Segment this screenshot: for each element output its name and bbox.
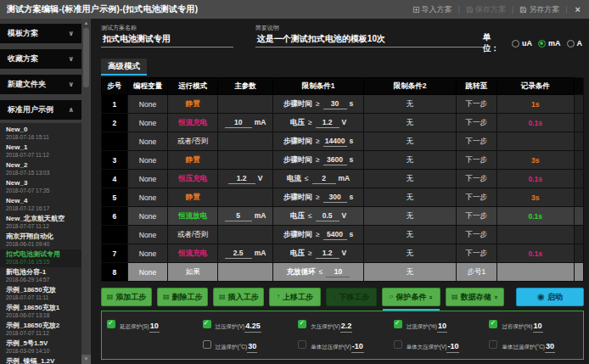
mode-cell[interactable]: 或者/否则 bbox=[168, 132, 218, 151]
param-cell[interactable]: 10mA bbox=[217, 114, 272, 132]
limit1-cell[interactable]: 步骤时间≥5400s bbox=[273, 226, 364, 244]
list-item[interactable]: New_42018-07-12 16:17 bbox=[0, 196, 81, 214]
table-row[interactable]: 4 None 恒压充电 1.2V 电流≤2mA 无 下一步 0.1s bbox=[102, 170, 584, 188]
record-cell[interactable]: 3s bbox=[496, 188, 574, 207]
protection-value-input[interactable]: 30 bbox=[545, 341, 555, 353]
mode-cell[interactable]: 或者/否则 bbox=[168, 226, 218, 244]
limit1-cell[interactable]: 步骤时间≥14400s bbox=[273, 132, 364, 151]
table-row[interactable]: 7 None 恒流充电 2.5mA 电压≥1.2V 无 下一步 0.1s bbox=[102, 244, 584, 263]
table-row[interactable]: 3 None 静置 步骤时间≥3600s 无 下一步 3s bbox=[102, 151, 584, 170]
param-cell[interactable]: 2.5mA bbox=[217, 244, 272, 263]
plan-desc-field[interactable]: 简要说明 这是一个测试扣式电池的模板10次 bbox=[255, 24, 483, 48]
list-item[interactable]: New_32018-07-07 17:35 bbox=[0, 178, 81, 196]
list-item[interactable]: 示例_18650充放12018-06-07 13:18 bbox=[0, 303, 81, 321]
start-button[interactable]: 启动 bbox=[516, 288, 585, 306]
limit1-cell[interactable]: 步骤时间≥30s bbox=[273, 95, 364, 114]
record-cell[interactable]: 1s bbox=[496, 95, 574, 114]
checkbox-unchecked-icon[interactable] bbox=[203, 340, 211, 349]
variable-cell[interactable]: None bbox=[127, 114, 168, 132]
checkbox-checked-icon[interactable] bbox=[298, 320, 306, 328]
unit-radio-a[interactable]: A bbox=[567, 39, 583, 48]
checkbox-unchecked-icon[interactable] bbox=[489, 340, 497, 349]
sidebar-section-template-plans[interactable]: 模板方案 bbox=[0, 24, 81, 43]
save-plan-button[interactable]: 保存方案 bbox=[466, 4, 506, 15]
table-row[interactable]: None 或者/否则 步骤时间≥14400s 无 下一步 bbox=[102, 132, 584, 151]
mode-cell[interactable]: 静置 bbox=[168, 95, 218, 114]
variable-cell[interactable]: None bbox=[127, 207, 168, 226]
variable-cell[interactable]: None bbox=[127, 170, 168, 188]
param-cell[interactable] bbox=[217, 151, 272, 170]
record-cell[interactable] bbox=[496, 132, 574, 151]
protection-value-input[interactable]: -10 bbox=[351, 341, 364, 353]
param-cell[interactable] bbox=[217, 226, 272, 244]
record-cell[interactable]: 3s bbox=[496, 151, 574, 170]
plan-name-input[interactable]: 扣式电池测试专用 bbox=[101, 31, 233, 48]
param-cell[interactable] bbox=[217, 263, 272, 282]
jump-cell[interactable]: 下一步 bbox=[457, 188, 497, 207]
limit2-cell[interactable]: 无 bbox=[363, 207, 456, 226]
table-row[interactable]: 5 None 静置 步骤时间≥300s 无 下一步 3s bbox=[102, 188, 584, 207]
jump-cell[interactable]: 下一步 bbox=[457, 244, 497, 263]
limit2-cell[interactable]: 无 bbox=[363, 95, 456, 114]
table-row[interactable]: 2 None 恒流充电 10mA 电压≥1.2V 无 下一步 0.1s bbox=[102, 114, 584, 132]
variable-cell[interactable]: None bbox=[127, 226, 168, 244]
record-cell[interactable]: 0.1s bbox=[496, 244, 574, 263]
checkbox-unchecked-icon[interactable] bbox=[394, 340, 402, 349]
variable-cell[interactable]: None bbox=[127, 132, 168, 151]
delete-step-button[interactable]: 删除工步 bbox=[157, 288, 208, 306]
limit2-cell[interactable]: 无 bbox=[363, 114, 456, 132]
plan-desc-input[interactable]: 这是一个测试扣式电池的模板10次 bbox=[255, 31, 483, 48]
table-row[interactable]: 6 None 恒流放电 5mA 电压≤0.5V 无 下一步 0.1s bbox=[102, 207, 584, 226]
mode-cell[interactable]: 恒流放电 bbox=[168, 207, 218, 226]
protection-value-input[interactable]: 10 bbox=[437, 321, 447, 333]
jump-cell[interactable]: 下一步 bbox=[457, 151, 497, 170]
sidebar-section-new-folder[interactable]: 新建文件夹 bbox=[0, 75, 81, 94]
limit2-cell[interactable]: 无 bbox=[363, 226, 456, 244]
record-cell[interactable] bbox=[496, 226, 574, 244]
limit2-cell[interactable]: 无 bbox=[363, 170, 456, 188]
variable-cell[interactable]: None bbox=[127, 95, 168, 114]
list-item[interactable]: 示例_18650充放2018-07-07 11:11 bbox=[0, 285, 81, 303]
limit1-cell[interactable]: 电压≥1.2V bbox=[273, 244, 364, 263]
jump-cell[interactable]: 下一步 bbox=[457, 170, 497, 188]
table-row[interactable]: 1 None 静置 步骤时间≥30s 无 下一步 1s bbox=[102, 95, 584, 114]
record-cell[interactable]: 0.1s bbox=[496, 114, 574, 132]
move-down-step-button[interactable]: 下移工步 bbox=[326, 288, 377, 306]
record-cell[interactable] bbox=[496, 263, 574, 282]
checkbox-checked-icon[interactable] bbox=[107, 320, 115, 328]
mode-cell[interactable]: 恒压充电 bbox=[168, 170, 218, 188]
list-item[interactable]: 示例_5号1.5V2018-03-09 14:10 bbox=[0, 339, 81, 356]
unit-radio-ma[interactable]: mA bbox=[538, 39, 561, 48]
list-item[interactable]: New_12018-07-07 11:12 bbox=[0, 143, 81, 160]
jump-cell[interactable]: 下一步 bbox=[457, 226, 497, 244]
limit1-cell[interactable]: 步骤时间≥300s bbox=[273, 188, 364, 207]
param-cell[interactable]: 5mA bbox=[217, 207, 272, 226]
jump-cell[interactable]: 下一步 bbox=[457, 95, 497, 114]
table-row[interactable]: None 或者/否则 步骤时间≥5400s 无 下一步 bbox=[102, 226, 584, 244]
sidebar-section-standard-user-examples[interactable]: 标准用户示例 bbox=[0, 100, 81, 120]
insert-step-button[interactable]: 插入工步 bbox=[213, 288, 264, 306]
sidebar-scrollbar[interactable] bbox=[81, 19, 91, 364]
limit2-cell[interactable]: 无 bbox=[363, 188, 456, 207]
checkbox-unchecked-icon[interactable] bbox=[298, 340, 306, 349]
limit1-cell[interactable]: 步骤时间≥3600s bbox=[273, 151, 364, 170]
param-cell[interactable]: 1.2V bbox=[217, 170, 272, 188]
move-up-step-button[interactable]: 上移工步 bbox=[269, 288, 320, 306]
scrollbar-thumb[interactable] bbox=[83, 28, 89, 87]
variable-cell[interactable]: None bbox=[127, 244, 168, 263]
tab-advanced-mode[interactable]: 高级模式 bbox=[101, 59, 147, 76]
table-row-selected[interactable]: 8 None 如果 充放循环≤10 无 步号1 bbox=[102, 263, 584, 282]
list-item[interactable]: 示例_18650充放22018-07-07 11:12 bbox=[0, 321, 81, 339]
variable-cell[interactable]: None bbox=[127, 188, 168, 207]
plan-name-field[interactable]: 测试方案名称 扣式电池测试专用 bbox=[101, 24, 233, 48]
param-cell[interactable] bbox=[217, 132, 272, 151]
import-plan-button[interactable]: 导入方案 bbox=[412, 4, 452, 15]
jump-cell[interactable]: 步号1 bbox=[457, 263, 497, 282]
add-step-button[interactable]: 添加工步 bbox=[101, 288, 152, 306]
protection-value-input[interactable]: 10 bbox=[149, 321, 160, 333]
protection-value-input[interactable]: 10 bbox=[533, 321, 543, 333]
list-item[interactable]: New_02018-07-16 15:11 bbox=[0, 125, 81, 143]
variable-cell[interactable]: None bbox=[127, 151, 168, 170]
mode-cell[interactable]: 静置 bbox=[168, 188, 218, 207]
mode-cell[interactable]: 恒流充电 bbox=[168, 244, 218, 263]
